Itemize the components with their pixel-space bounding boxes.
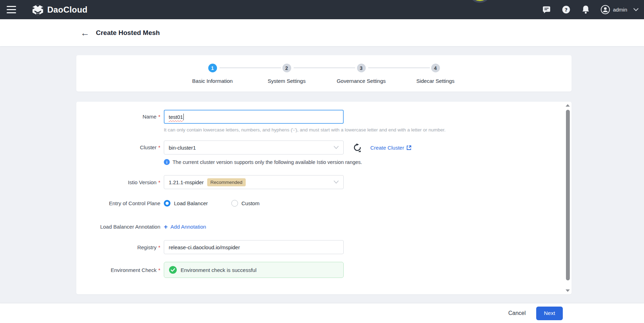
registry-input-value: release-ci.daocloud.io/mspider — [169, 244, 240, 250]
step-number: 1 — [208, 64, 217, 72]
info-icon: i — [164, 159, 170, 165]
refresh-clusters-icon[interactable] — [353, 143, 362, 152]
topbar: DaoCloud ? — [0, 0, 644, 19]
radio-selected-icon — [164, 200, 170, 207]
user-avatar-icon — [601, 5, 610, 14]
step-basic-information[interactable]: 1 Basic Information — [181, 64, 244, 84]
cluster-field-label: Cluster* — [76, 141, 160, 155]
chevron-down-icon — [334, 180, 339, 184]
step-label: Governance Settings — [330, 78, 393, 84]
help-icon[interactable]: ? — [561, 5, 570, 14]
required-asterisk: * — [158, 267, 160, 273]
chevron-down-icon — [334, 146, 339, 149]
name-field-label: Name* — [76, 110, 160, 124]
form-scrollbar[interactable] — [565, 103, 570, 293]
username-label: admin — [613, 7, 627, 13]
back-arrow-icon[interactable]: ← — [80, 28, 90, 37]
step-sidecar-settings[interactable]: 4 Sidecar Settings — [404, 64, 467, 84]
environment-check-message: Environment check is successful — [181, 267, 257, 273]
environment-check-label: Environment Check* — [76, 267, 160, 273]
cancel-button[interactable]: Cancel — [508, 310, 526, 316]
radio-custom[interactable]: Custom — [231, 200, 260, 207]
step-label: Sidecar Settings — [404, 78, 467, 84]
required-asterisk: * — [158, 244, 160, 250]
cluster-info-text: The current cluster version supports onl… — [173, 159, 362, 165]
registry-input[interactable]: release-ci.daocloud.io/mspider — [164, 240, 344, 254]
messages-icon[interactable] — [542, 5, 551, 14]
required-asterisk: * — [158, 144, 160, 150]
daocloud-cube-icon — [32, 4, 44, 16]
name-input[interactable]: test01 — [164, 110, 344, 124]
step-number: 4 — [431, 64, 440, 72]
step-number: 2 — [282, 64, 291, 72]
chevron-down-icon — [634, 8, 638, 11]
svg-text:?: ? — [565, 7, 567, 13]
add-annotation-button[interactable]: + Add Annotation — [164, 223, 206, 230]
required-asterisk: * — [158, 179, 160, 185]
name-helper-text: It can only contain lowercase letters, n… — [164, 127, 446, 132]
recommended-badge: Recommended — [207, 178, 246, 186]
user-menu[interactable]: admin — [601, 5, 638, 14]
istio-version-value: 1.21.1-mspider — [169, 179, 204, 185]
step-label: Basic Information — [181, 78, 244, 84]
lb-annotation-label: Load Balancer Annotation — [76, 224, 160, 230]
cluster-select[interactable]: bin-cluster1 — [164, 141, 344, 155]
form-card: Name* test01 It can only contain lowerca… — [76, 102, 572, 294]
entry-of-control-plane-label: Entry of Control Plane — [76, 200, 160, 206]
registry-field-label: Registry* — [76, 244, 160, 250]
step-governance-settings[interactable]: 3 Governance Settings — [330, 64, 393, 84]
cluster-select-value: bin-cluster1 — [169, 145, 196, 151]
step-system-settings[interactable]: 2 System Settings — [255, 64, 318, 84]
notifications-bell-icon[interactable] — [581, 5, 590, 14]
step-number: 3 — [357, 64, 366, 72]
page-header: ← Create Hosted Mesh — [0, 19, 644, 46]
istio-version-field-label: Istio Version* — [76, 179, 160, 185]
brand-logo[interactable]: DaoCloud — [32, 4, 88, 16]
step-label: System Settings — [255, 78, 318, 84]
menu-hamburger-icon[interactable] — [7, 6, 16, 13]
required-asterisk: * — [158, 114, 160, 120]
plus-icon: + — [164, 223, 168, 230]
footer-action-bar: Cancel Next — [0, 303, 644, 323]
istio-version-select[interactable]: 1.21.1-mspider Recommended — [164, 175, 344, 189]
next-button[interactable]: Next — [536, 307, 563, 320]
environment-check-status: Environment check is successful — [164, 262, 344, 278]
stepper-card: 1 Basic Information 2 System Settings 3 … — [76, 55, 572, 92]
radio-unselected-icon — [231, 200, 238, 207]
external-link-icon — [406, 145, 412, 150]
create-cluster-link[interactable]: Create Cluster — [370, 145, 412, 151]
radio-load-balancer[interactable]: Load Balancer — [164, 200, 208, 207]
scroll-up-arrow[interactable] — [566, 104, 570, 107]
scroll-down-arrow[interactable] — [566, 289, 570, 292]
scrollbar-thumb[interactable] — [566, 110, 570, 280]
success-check-icon — [169, 266, 177, 274]
brand-name: DaoCloud — [47, 5, 88, 15]
text-caret — [183, 114, 184, 120]
name-input-value: test01 — [169, 114, 183, 120]
page-title: Create Hosted Mesh — [96, 29, 160, 37]
